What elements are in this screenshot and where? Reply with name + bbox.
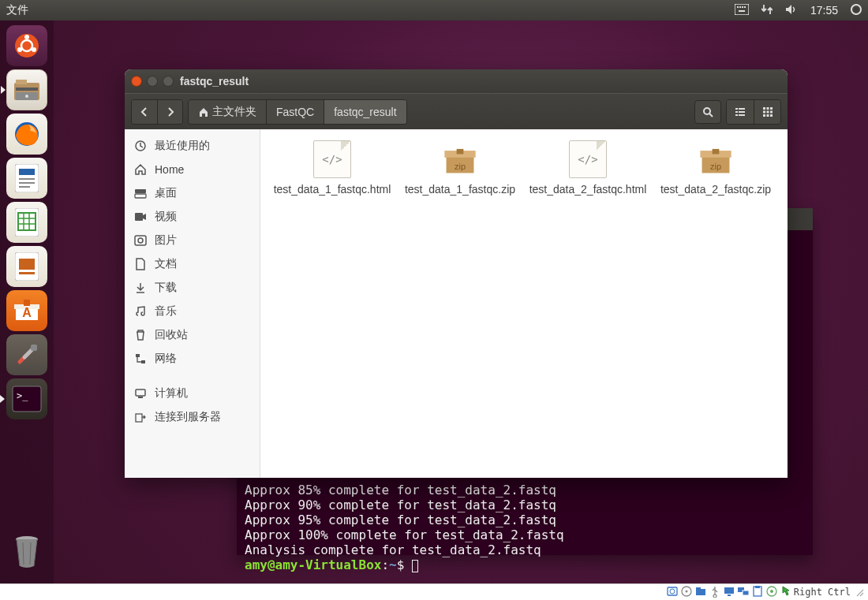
launcher: A >_ <box>0 20 54 583</box>
svg-rect-88 <box>755 586 760 588</box>
svg-rect-21 <box>19 182 35 184</box>
html-file-icon: </> <box>313 140 351 178</box>
sidebar-desktop[interactable]: 桌面 <box>125 181 260 205</box>
svg-rect-4 <box>744 6 746 8</box>
svg-rect-20 <box>19 178 35 180</box>
html-file-icon: </> <box>569 140 607 178</box>
sidebar-home[interactable]: Home <box>125 158 260 181</box>
window-maximize-button[interactable] <box>163 76 174 87</box>
topbar: 文件 17:55 <box>0 0 868 20</box>
launcher-writer[interactable] <box>6 158 47 199</box>
svg-rect-46 <box>739 111 745 113</box>
svg-rect-56 <box>766 114 769 117</box>
vm-hostkey: Right Ctrl <box>794 587 851 598</box>
sidebar-pictures[interactable]: 图片 <box>125 229 260 252</box>
svg-rect-82 <box>696 587 701 590</box>
window-minimize-button[interactable] <box>147 76 158 87</box>
vm-clipboard-icon[interactable] <box>751 585 764 600</box>
svg-rect-0 <box>735 4 749 15</box>
file-item[interactable]: ziptest_data_1_fastqc.zip <box>399 140 521 467</box>
sidebar-connect-server[interactable]: 连接到服务器 <box>125 405 260 429</box>
svg-point-78 <box>670 589 675 594</box>
svg-rect-44 <box>739 108 745 110</box>
svg-rect-30 <box>19 259 35 270</box>
svg-text:zip: zip <box>710 162 721 171</box>
nav-forward-button[interactable] <box>157 100 182 124</box>
vm-harddisk-icon[interactable] <box>666 585 679 600</box>
svg-rect-61 <box>135 213 143 221</box>
launcher-settings[interactable] <box>6 334 47 375</box>
svg-point-8 <box>24 35 29 39</box>
svg-rect-5 <box>739 10 745 12</box>
view-grid-button[interactable] <box>754 100 780 124</box>
session-indicator-icon[interactable] <box>851 4 862 17</box>
sidebar-recent[interactable]: 最近使用的 <box>125 134 260 158</box>
fm-toolbar: 主文件夹 FastQC fastqc_result <box>125 93 788 129</box>
topbar-appmenu[interactable]: 文件 <box>6 3 28 17</box>
launcher-dash[interactable] <box>6 25 47 66</box>
svg-rect-48 <box>739 114 745 116</box>
launcher-impress[interactable] <box>6 246 47 287</box>
vm-usb-icon[interactable] <box>709 585 721 600</box>
file-manager-window: fastqc_result 主文件夹 FastQC fastqc_result … <box>125 69 788 478</box>
network-indicator-icon[interactable] <box>761 4 773 17</box>
svg-rect-35 <box>31 345 37 351</box>
sidebar-documents[interactable]: 文档 <box>125 252 260 276</box>
file-item[interactable]: ziptest_data_2_fastqc.zip <box>655 140 776 467</box>
svg-rect-3 <box>742 6 743 8</box>
vm-resize-icon[interactable] <box>852 585 865 600</box>
view-list-button[interactable] <box>727 100 754 124</box>
svg-rect-65 <box>141 360 145 363</box>
svg-rect-62 <box>135 236 146 245</box>
terminal-cursor <box>412 560 418 572</box>
svg-rect-19 <box>19 169 35 175</box>
sidebar-computer[interactable]: 计算机 <box>125 382 260 405</box>
breadcrumb-segment-0[interactable]: FastQC <box>266 100 324 124</box>
launcher-firefox[interactable] <box>6 114 47 155</box>
sidebar-music[interactable]: 音乐 <box>125 300 260 323</box>
fm-content[interactable]: </>test_data_1_fastqc.html ziptest_data_… <box>260 129 788 478</box>
svg-rect-84 <box>728 594 731 596</box>
file-item[interactable]: </>test_data_2_fastqc.html <box>527 140 649 467</box>
vm-display2-icon[interactable] <box>737 585 750 600</box>
svg-rect-71 <box>457 149 464 155</box>
breadcrumb-segment-1[interactable]: fastqc_result <box>324 100 406 124</box>
search-button[interactable] <box>694 100 721 124</box>
launcher-trash[interactable] <box>6 531 47 572</box>
vm-optical-icon[interactable] <box>680 585 693 600</box>
svg-rect-57 <box>770 114 773 117</box>
svg-rect-43 <box>735 108 738 110</box>
launcher-calc[interactable] <box>6 202 47 243</box>
svg-point-41 <box>704 108 710 114</box>
sidebar-downloads[interactable]: 下载 <box>125 276 260 300</box>
svg-point-16 <box>25 95 28 98</box>
vm-recording-icon[interactable] <box>765 585 778 600</box>
vm-sharedfolder-icon[interactable] <box>694 585 707 600</box>
sidebar-videos[interactable]: 视频 <box>125 205 260 229</box>
svg-rect-60 <box>135 194 146 198</box>
breadcrumb-home[interactable]: 主文件夹 <box>189 100 266 124</box>
svg-rect-75 <box>713 149 720 155</box>
keyboard-indicator-icon[interactable] <box>735 4 749 17</box>
vm-display-icon[interactable] <box>723 585 735 600</box>
launcher-files[interactable] <box>6 69 47 110</box>
window-close-button[interactable] <box>131 76 142 87</box>
svg-rect-49 <box>763 107 765 110</box>
svg-text:zip: zip <box>455 162 466 171</box>
nav-back-button[interactable] <box>132 100 157 124</box>
fm-titlebar[interactable]: fastqc_result <box>125 69 788 93</box>
svg-rect-2 <box>739 6 741 8</box>
file-item[interactable]: </>test_data_1_fastqc.html <box>271 140 393 467</box>
svg-rect-66 <box>136 389 145 396</box>
svg-rect-54 <box>770 110 773 113</box>
vm-mouse-icon[interactable] <box>780 585 792 600</box>
volume-indicator-icon[interactable] <box>785 4 798 17</box>
launcher-terminal[interactable]: >_ <box>6 378 47 419</box>
sidebar-network[interactable]: 网络 <box>125 347 260 371</box>
launcher-software[interactable]: A <box>6 290 47 331</box>
clock[interactable]: 17:55 <box>810 4 838 17</box>
svg-rect-22 <box>19 186 30 188</box>
svg-point-80 <box>685 590 687 592</box>
sidebar-trash[interactable]: 回收站 <box>125 323 260 347</box>
svg-point-63 <box>138 238 143 243</box>
